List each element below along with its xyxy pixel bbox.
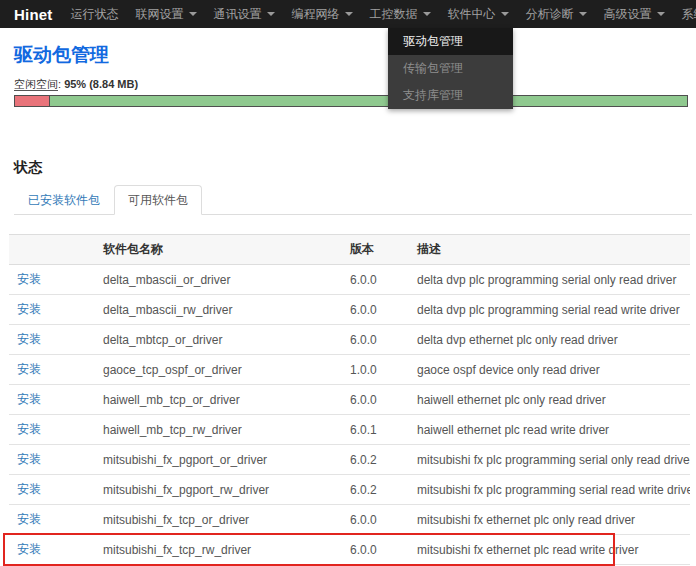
- table-row: 安装 mitsubishi_fx_pgport_or_driver 6.0.2 …: [9, 445, 690, 475]
- nav-item-comm-settings[interactable]: 通讯设置: [214, 6, 275, 23]
- table-row: 安装 delta_mbascii_or_driver 6.0.0 delta d…: [9, 265, 690, 295]
- package-version: 6.0.2: [342, 475, 409, 505]
- nav-item-advanced-settings[interactable]: 高级设置: [604, 6, 665, 23]
- package-name: delta_mbascii_or_driver: [95, 265, 342, 295]
- disk-usage-bar: [14, 95, 688, 107]
- install-link[interactable]: 安装: [17, 482, 41, 496]
- nav-item-industrial-data[interactable]: 工控数据: [370, 6, 431, 23]
- package-name: haiwell_mb_tcp_rw_driver: [95, 415, 342, 445]
- package-version: 6.0.0: [342, 325, 409, 355]
- package-name: mitsubishi_fx_pgport_rw_driver: [95, 475, 342, 505]
- table-row: 安装 gaoce_tcp_ospf_or_driver 1.0.0 gaoce …: [9, 355, 690, 385]
- table-row: 安装 mitsubishi_fx_tcp_or_driver 6.0.0 mit…: [9, 505, 690, 535]
- package-table: 软件包名称 版本 描述 安装 delta_mbascii_or_driver 6…: [9, 234, 690, 565]
- col-header-action: [9, 235, 95, 265]
- col-header-description: 描述: [409, 235, 690, 265]
- caret-down-icon: [423, 12, 431, 16]
- package-version: 6.0.2: [342, 445, 409, 475]
- free-space-text: 空闲空间: 95% (8.84 MB): [14, 78, 682, 91]
- package-description: mitsubishi fx ethernet plc only read dri…: [409, 505, 690, 535]
- menu-item-driver-package-mgmt[interactable]: 驱动包管理: [388, 28, 513, 55]
- package-name: mitsubishi_fx_tcp_rw_driver: [95, 535, 342, 565]
- package-name: delta_mbtcp_or_driver: [95, 325, 342, 355]
- nav-item-system-settings[interactable]: 系统设置: [682, 6, 696, 23]
- nav-item-software-center[interactable]: 软件中心: [448, 6, 509, 23]
- install-cell: 安装: [9, 265, 95, 295]
- install-cell: 安装: [9, 415, 95, 445]
- package-version: 6.0.1: [342, 415, 409, 445]
- tab-installed-packages[interactable]: 已安装软件包: [14, 185, 114, 215]
- table-row: 安装 haiwell_mb_tcp_rw_driver 6.0.1 haiwel…: [9, 415, 690, 445]
- caret-down-icon: [267, 12, 275, 16]
- package-table-wrap: 软件包名称 版本 描述 安装 delta_mbascii_or_driver 6…: [9, 234, 690, 565]
- package-name: gaoce_tcp_ospf_or_driver: [95, 355, 342, 385]
- package-version: 6.0.0: [342, 505, 409, 535]
- package-description: haiwell ethernet plc read write driver: [409, 415, 690, 445]
- col-header-package-name: 软件包名称: [95, 235, 342, 265]
- table-row: 安装 delta_mbtcp_or_driver 6.0.0 delta dvp…: [9, 325, 690, 355]
- menu-item-transfer-package-mgmt[interactable]: 传输包管理: [388, 55, 513, 82]
- status-heading: 状态: [14, 159, 682, 176]
- navbar: Hinet 运行状态 联网设置 通讯设置 编程网络 工控数据 软件中心 分析诊断…: [0, 0, 696, 28]
- install-link[interactable]: 安装: [17, 422, 41, 436]
- nav-item-running-status[interactable]: 运行状态: [71, 6, 119, 23]
- brand-logo[interactable]: Hinet: [14, 6, 53, 23]
- install-cell: 安装: [9, 355, 95, 385]
- package-description: mitsubishi fx ethernet plc read write dr…: [409, 535, 690, 565]
- install-link[interactable]: 安装: [17, 332, 41, 346]
- package-description: delta dvp plc programming serial read wr…: [409, 295, 690, 325]
- package-name: haiwell_mb_tcp_or_driver: [95, 385, 342, 415]
- install-cell: 安装: [9, 475, 95, 505]
- free-space-value: 95% (8.84 MB): [64, 78, 138, 90]
- install-cell: 安装: [9, 385, 95, 415]
- table-header-row: 软件包名称 版本 描述: [9, 235, 690, 265]
- nav-menu: 运行状态 联网设置 通讯设置 编程网络 工控数据 软件中心 分析诊断 高级设置 …: [71, 6, 696, 23]
- page-title: 驱动包管理: [14, 44, 682, 66]
- package-description: mitsubishi fx plc programming serial onl…: [409, 445, 690, 475]
- free-space-colon: :: [58, 78, 61, 90]
- package-version: 6.0.0: [342, 295, 409, 325]
- package-description: delta dvp ethernet plc only read driver: [409, 325, 690, 355]
- install-link[interactable]: 安装: [17, 542, 41, 556]
- install-link[interactable]: 安装: [17, 302, 41, 316]
- nav-item-analysis-diagnosis[interactable]: 分析诊断: [526, 6, 587, 23]
- package-description: mitsubishi fx plc programming serial rea…: [409, 475, 690, 505]
- caret-down-icon: [501, 12, 509, 16]
- disk-used-segment: [15, 96, 50, 106]
- install-link[interactable]: 安装: [17, 512, 41, 526]
- install-cell: 安装: [9, 445, 95, 475]
- free-space-label: 空闲空间: [14, 78, 58, 91]
- package-description: gaoce ospf device only read driver: [409, 355, 690, 385]
- caret-down-icon: [579, 12, 587, 16]
- software-center-dropdown: 驱动包管理 传输包管理 支持库管理: [388, 28, 513, 109]
- package-version: 6.0.0: [342, 385, 409, 415]
- install-cell: 安装: [9, 325, 95, 355]
- package-name: mitsubishi_fx_pgport_or_driver: [95, 445, 342, 475]
- package-name: delta_mbascii_rw_driver: [95, 295, 342, 325]
- package-version: 6.0.0: [342, 265, 409, 295]
- install-cell: 安装: [9, 295, 95, 325]
- caret-down-icon: [345, 12, 353, 16]
- nav-item-programming-network[interactable]: 编程网络: [292, 6, 353, 23]
- caret-down-icon: [189, 12, 197, 16]
- install-link[interactable]: 安装: [17, 362, 41, 376]
- tab-available-packages[interactable]: 可用软件包: [114, 185, 202, 215]
- table-row: 安装 delta_mbascii_rw_driver 6.0.0 delta d…: [9, 295, 690, 325]
- package-description: delta dvp plc programming serial only re…: [409, 265, 690, 295]
- install-link[interactable]: 安装: [17, 272, 41, 286]
- install-link[interactable]: 安装: [17, 392, 41, 406]
- caret-down-icon: [657, 12, 665, 16]
- install-link[interactable]: 安装: [17, 452, 41, 466]
- table-row: 安装 mitsubishi_fx_pgport_rw_driver 6.0.2 …: [9, 475, 690, 505]
- disk-free-segment: [50, 96, 687, 106]
- package-version: 6.0.0: [342, 535, 409, 565]
- nav-item-network-settings[interactable]: 联网设置: [136, 6, 197, 23]
- package-tabs: 已安装软件包 可用软件包: [14, 185, 692, 215]
- package-description: haiwell ethernet plc only read driver: [409, 385, 690, 415]
- install-cell: 安装: [9, 535, 95, 565]
- col-header-version: 版本: [342, 235, 409, 265]
- package-name: mitsubishi_fx_tcp_or_driver: [95, 505, 342, 535]
- menu-item-support-library-mgmt[interactable]: 支持库管理: [388, 82, 513, 109]
- table-row-highlighted: 安装 mitsubishi_fx_tcp_rw_driver 6.0.0 mit…: [9, 535, 690, 565]
- page: Hinet 运行状态 联网设置 通讯设置 编程网络 工控数据 软件中心 分析诊断…: [0, 0, 696, 566]
